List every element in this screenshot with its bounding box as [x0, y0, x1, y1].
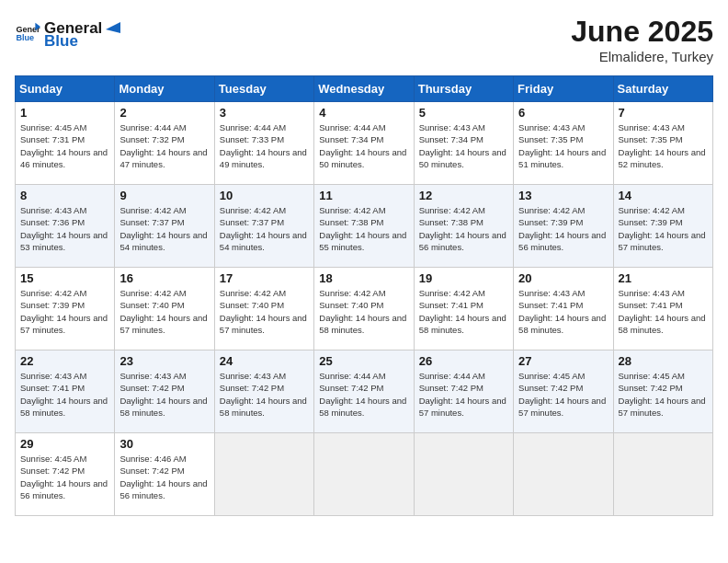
col-wednesday: Wednesday — [314, 76, 414, 102]
table-row — [414, 433, 513, 516]
day-number: 25 — [319, 354, 408, 368]
day-number: 22 — [20, 354, 109, 368]
day-number: 10 — [220, 189, 309, 202]
calendar-week-row: 15 Sunrise: 4:42 AMSunset: 7:39 PMDaylig… — [16, 268, 713, 350]
day-detail: Sunrise: 4:42 AMSunset: 7:40 PMDaylight:… — [220, 287, 309, 336]
day-detail: Sunrise: 4:45 AMSunset: 7:42 PMDaylight:… — [20, 453, 109, 501]
day-number: 16 — [119, 271, 209, 285]
table-row: 7 Sunrise: 4:43 AMSunset: 7:35 PMDayligh… — [613, 102, 712, 185]
day-number: 24 — [220, 354, 309, 368]
table-row — [214, 433, 313, 516]
day-detail: Sunrise: 4:42 AMSunset: 7:40 PMDaylight:… — [119, 287, 209, 336]
day-detail: Sunrise: 4:43 AMSunset: 7:41 PMDaylight:… — [518, 287, 608, 336]
table-row — [314, 433, 414, 516]
svg-text:Blue: Blue — [16, 33, 34, 42]
table-row: 12 Sunrise: 4:42 AMSunset: 7:38 PMDaylig… — [414, 185, 513, 268]
day-number: 3 — [220, 106, 309, 120]
day-detail: Sunrise: 4:43 AMSunset: 7:35 PMDaylight:… — [619, 121, 708, 170]
table-row: 30 Sunrise: 4:46 AMSunset: 7:42 PMDaylig… — [115, 433, 214, 516]
table-row: 17 Sunrise: 4:42 AMSunset: 7:40 PMDaylig… — [214, 268, 313, 350]
day-number: 21 — [619, 271, 708, 285]
day-detail: Sunrise: 4:43 AMSunset: 7:34 PMDaylight:… — [419, 121, 508, 170]
day-number: 8 — [20, 189, 109, 202]
table-row: 5 Sunrise: 4:43 AMSunset: 7:34 PMDayligh… — [414, 102, 513, 185]
day-number: 23 — [119, 354, 209, 368]
table-row: 29 Sunrise: 4:45 AMSunset: 7:42 PMDaylig… — [16, 433, 115, 516]
day-detail: Sunrise: 4:42 AMSunset: 7:39 PMDaylight:… — [619, 204, 708, 253]
calendar-week-row: 29 Sunrise: 4:45 AMSunset: 7:42 PMDaylig… — [16, 433, 713, 516]
day-number: 26 — [419, 354, 508, 368]
title-block: June 2025 Elmalidere, Turkey — [571, 15, 713, 64]
table-row: 22 Sunrise: 4:43 AMSunset: 7:41 PMDaylig… — [16, 350, 115, 433]
table-row — [613, 433, 712, 516]
logo-icon: General Blue — [15, 20, 40, 46]
day-number: 19 — [419, 271, 508, 285]
table-row: 13 Sunrise: 4:42 AMSunset: 7:39 PMDaylig… — [514, 185, 613, 268]
day-detail: Sunrise: 4:44 AMSunset: 7:32 PMDaylight:… — [119, 121, 209, 170]
day-detail: Sunrise: 4:42 AMSunset: 7:41 PMDaylight:… — [419, 287, 508, 336]
day-detail: Sunrise: 4:42 AMSunset: 7:37 PMDaylight:… — [220, 204, 309, 253]
table-row: 1 Sunrise: 4:45 AMSunset: 7:31 PMDayligh… — [16, 102, 115, 185]
calendar-title: June 2025 — [571, 15, 713, 49]
calendar-week-row: 22 Sunrise: 4:43 AMSunset: 7:41 PMDaylig… — [16, 350, 713, 433]
day-detail: Sunrise: 4:43 AMSunset: 7:41 PMDaylight:… — [619, 287, 708, 336]
day-detail: Sunrise: 4:42 AMSunset: 7:37 PMDaylight:… — [119, 204, 209, 253]
day-number: 13 — [518, 189, 608, 202]
day-detail: Sunrise: 4:43 AMSunset: 7:35 PMDaylight:… — [518, 121, 608, 170]
day-number: 11 — [319, 189, 408, 202]
table-row: 19 Sunrise: 4:42 AMSunset: 7:41 PMDaylig… — [414, 268, 513, 350]
table-row: 16 Sunrise: 4:42 AMSunset: 7:40 PMDaylig… — [115, 268, 214, 350]
calendar-week-row: 1 Sunrise: 4:45 AMSunset: 7:31 PMDayligh… — [16, 102, 713, 185]
table-row: 9 Sunrise: 4:42 AMSunset: 7:37 PMDayligh… — [115, 185, 214, 268]
day-detail: Sunrise: 4:46 AMSunset: 7:42 PMDaylight:… — [119, 453, 209, 501]
table-row: 2 Sunrise: 4:44 AMSunset: 7:32 PMDayligh… — [115, 102, 214, 185]
day-number: 6 — [518, 106, 608, 120]
day-number: 4 — [319, 106, 408, 120]
table-row: 23 Sunrise: 4:43 AMSunset: 7:42 PMDaylig… — [115, 350, 214, 433]
table-row: 21 Sunrise: 4:43 AMSunset: 7:41 PMDaylig… — [613, 268, 712, 350]
day-number: 15 — [20, 271, 109, 285]
day-number: 20 — [518, 271, 608, 285]
day-number: 30 — [119, 437, 209, 451]
day-number: 17 — [220, 271, 309, 285]
day-detail: Sunrise: 4:44 AMSunset: 7:33 PMDaylight:… — [220, 121, 309, 170]
table-row: 6 Sunrise: 4:43 AMSunset: 7:35 PMDayligh… — [514, 102, 613, 185]
table-row: 10 Sunrise: 4:42 AMSunset: 7:37 PMDaylig… — [214, 185, 313, 268]
logo: General Blue General Blue — [15, 15, 124, 51]
day-detail: Sunrise: 4:45 AMSunset: 7:42 PMDaylight:… — [518, 370, 608, 419]
calendar-week-row: 8 Sunrise: 4:43 AMSunset: 7:36 PMDayligh… — [16, 185, 713, 268]
table-row: 18 Sunrise: 4:42 AMSunset: 7:40 PMDaylig… — [314, 268, 414, 350]
day-detail: Sunrise: 4:43 AMSunset: 7:41 PMDaylight:… — [20, 370, 109, 419]
day-detail: Sunrise: 4:44 AMSunset: 7:42 PMDaylight:… — [319, 370, 408, 419]
day-number: 2 — [119, 106, 209, 120]
table-row: 8 Sunrise: 4:43 AMSunset: 7:36 PMDayligh… — [16, 185, 115, 268]
day-detail: Sunrise: 4:42 AMSunset: 7:39 PMDaylight:… — [518, 204, 608, 253]
col-tuesday: Tuesday — [214, 76, 313, 102]
col-saturday: Saturday — [613, 76, 712, 102]
page-header: General Blue General Blue June 2025 Elma… — [15, 15, 713, 64]
calendar-table: Sunday Monday Tuesday Wednesday Thursday… — [15, 75, 713, 516]
table-row: 20 Sunrise: 4:43 AMSunset: 7:41 PMDaylig… — [514, 268, 613, 350]
svg-marker-4 — [106, 22, 120, 33]
table-row: 14 Sunrise: 4:42 AMSunset: 7:39 PMDaylig… — [613, 185, 712, 268]
day-number: 28 — [619, 354, 708, 368]
day-number: 18 — [319, 271, 408, 285]
col-sunday: Sunday — [16, 76, 115, 102]
day-detail: Sunrise: 4:44 AMSunset: 7:42 PMDaylight:… — [419, 370, 508, 419]
day-detail: Sunrise: 4:45 AMSunset: 7:42 PMDaylight:… — [619, 370, 708, 419]
table-row: 25 Sunrise: 4:44 AMSunset: 7:42 PMDaylig… — [314, 350, 414, 433]
day-detail: Sunrise: 4:43 AMSunset: 7:42 PMDaylight:… — [220, 370, 309, 419]
day-number: 5 — [419, 106, 508, 120]
table-row: 24 Sunrise: 4:43 AMSunset: 7:42 PMDaylig… — [214, 350, 313, 433]
day-detail: Sunrise: 4:43 AMSunset: 7:42 PMDaylight:… — [119, 370, 209, 419]
day-number: 14 — [619, 189, 708, 202]
table-row: 15 Sunrise: 4:42 AMSunset: 7:39 PMDaylig… — [16, 268, 115, 350]
table-row: 28 Sunrise: 4:45 AMSunset: 7:42 PMDaylig… — [613, 350, 712, 433]
logo-triangle — [104, 15, 122, 33]
col-thursday: Thursday — [414, 76, 513, 102]
table-row: 26 Sunrise: 4:44 AMSunset: 7:42 PMDaylig… — [414, 350, 513, 433]
day-number: 7 — [619, 106, 708, 120]
table-row: 27 Sunrise: 4:45 AMSunset: 7:42 PMDaylig… — [514, 350, 613, 433]
col-friday: Friday — [514, 76, 613, 102]
table-row: 11 Sunrise: 4:42 AMSunset: 7:38 PMDaylig… — [314, 185, 414, 268]
